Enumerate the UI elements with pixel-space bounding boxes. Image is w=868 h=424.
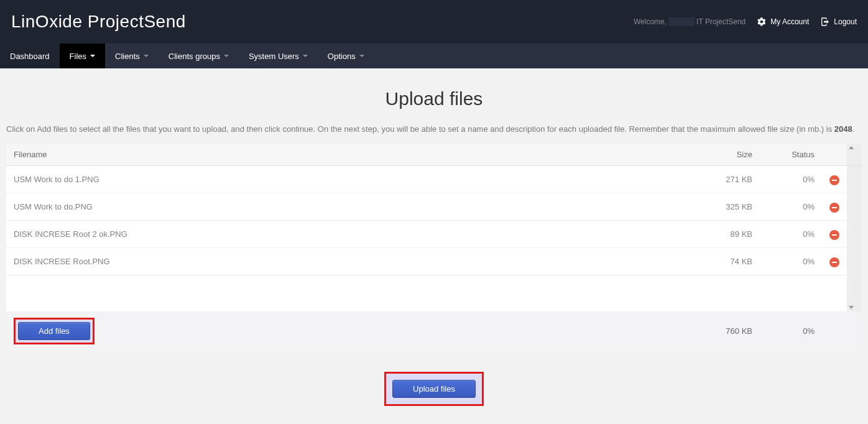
cell-filename: USM Work to do.PNG (6, 193, 698, 221)
scrollbar-track[interactable] (847, 221, 862, 248)
caret-down-icon (224, 55, 229, 57)
table-footer-row: Add files 760 KB 0% (6, 311, 862, 351)
logout-link[interactable]: Logout (820, 17, 857, 27)
col-filename: Filename (6, 144, 698, 166)
scroll-down-icon[interactable] (849, 306, 854, 309)
footer-total-status: 0% (760, 311, 822, 351)
cell-filename: DISK INCRESE Root.PNG (6, 248, 698, 275)
scrollbar-track[interactable] (847, 193, 862, 221)
cell-size: 89 KB (698, 221, 760, 248)
my-account-link[interactable]: My Account (757, 17, 809, 27)
table-row: USM Work to do 1.PNG271 KB0% (6, 166, 862, 193)
remove-icon[interactable] (829, 203, 839, 213)
gear-icon (757, 17, 767, 27)
cell-status: 0% (760, 248, 822, 275)
cell-action (822, 221, 847, 248)
scrollbar-track[interactable] (847, 275, 862, 311)
welcome-text: Welcome, .... IT ProjectSend (634, 17, 746, 26)
table-row: DISK INCRESE Root 2 ok.PNG89 KB0% (6, 221, 862, 248)
remove-icon[interactable] (829, 257, 839, 267)
table-row: DISK INCRESE Root.PNG74 KB0% (6, 248, 862, 275)
username-obscured: .... (668, 17, 694, 26)
footer-actions: Add files (6, 311, 698, 351)
col-action (822, 144, 847, 166)
page-title: Upload files (0, 88, 868, 109)
cell-filename: USM Work to do 1.PNG (6, 166, 698, 193)
cell-action (822, 166, 847, 193)
cell-size: 325 KB (698, 193, 760, 221)
caret-down-icon (90, 55, 95, 57)
cell-status: 0% (760, 166, 822, 193)
upload-table: Filename Size Status USM Work to do 1.PN… (6, 144, 862, 351)
instructions-text: Click on Add files to select all the fil… (0, 124, 868, 134)
cell-status: 0% (760, 193, 822, 221)
col-status: Status (760, 144, 822, 166)
nav-options[interactable]: Options (318, 44, 374, 68)
cell-filename: DISK INCRESE Root 2 ok.PNG (6, 221, 698, 248)
top-header: LinOxide ProjectSend Welcome, .... IT Pr… (0, 0, 868, 44)
caret-down-icon (144, 55, 149, 57)
upload-table-wrap: Filename Size Status USM Work to do 1.PN… (6, 144, 862, 351)
upload-files-highlight: Upload files (384, 372, 484, 406)
col-size: Size (698, 144, 760, 166)
remove-icon[interactable] (829, 175, 839, 185)
header-right: Welcome, .... IT ProjectSend My Account … (634, 17, 857, 27)
table-header-row: Filename Size Status (6, 144, 862, 166)
main-navbar: Dashboard Files Clients Clients groups S… (0, 44, 868, 68)
scroll-up-icon[interactable] (849, 146, 854, 149)
cell-status: 0% (760, 221, 822, 248)
nav-files[interactable]: Files (60, 44, 105, 68)
cell-action (822, 193, 847, 221)
brand-title: LinOxide ProjectSend (11, 12, 186, 32)
nav-clients[interactable]: Clients (105, 44, 159, 68)
caret-down-icon (303, 55, 308, 57)
scrollbar-track[interactable] (847, 166, 862, 193)
scrollbar-track[interactable] (847, 144, 862, 166)
scrollbar-track[interactable] (847, 248, 862, 275)
logout-icon (820, 17, 830, 27)
upload-files-button[interactable]: Upload files (392, 380, 476, 398)
table-spacer-row (6, 275, 862, 311)
upload-button-area: Upload files (0, 372, 868, 406)
cell-action (822, 248, 847, 275)
nav-system-users[interactable]: System Users (239, 44, 318, 68)
cell-size: 74 KB (698, 248, 760, 275)
add-files-button[interactable]: Add files (18, 322, 90, 340)
table-row: USM Work to do.PNG325 KB0% (6, 193, 862, 221)
add-files-highlight: Add files (14, 318, 95, 344)
footer-total-size: 760 KB (698, 311, 760, 351)
nav-clients-groups[interactable]: Clients groups (159, 44, 239, 68)
cell-size: 271 KB (698, 166, 760, 193)
caret-down-icon (359, 55, 364, 57)
remove-icon[interactable] (829, 230, 839, 240)
nav-dashboard[interactable]: Dashboard (0, 44, 60, 68)
